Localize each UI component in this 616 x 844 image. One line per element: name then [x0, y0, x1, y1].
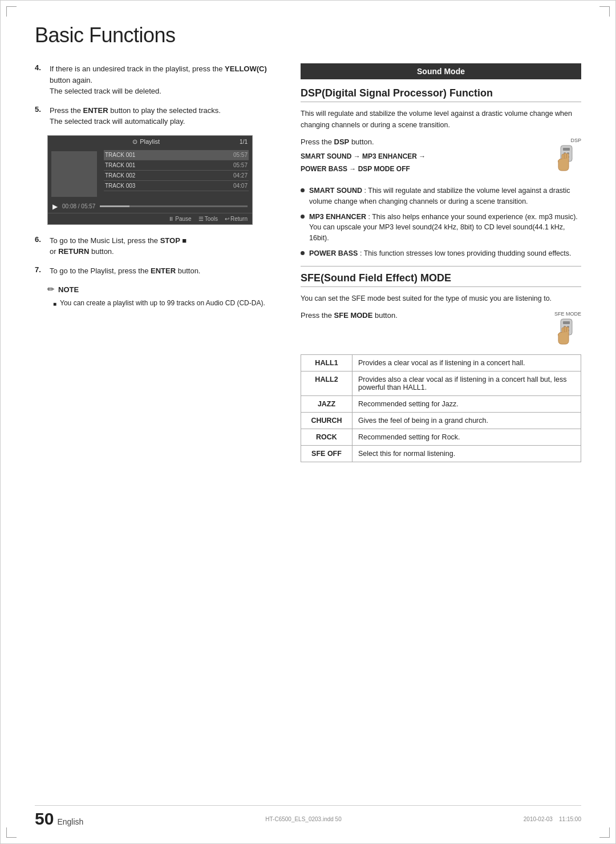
sfe-title: SFE(Sound Field Effect) MODE	[301, 272, 581, 287]
section-divider	[301, 266, 581, 266]
dsp-press-para: Press the DSP button.	[301, 138, 545, 146]
note-text-1: You can create a playlist with up to 99 …	[60, 298, 265, 308]
sfe-desc-church: Gives the feel of being in a grand churc…	[352, 412, 581, 429]
track-1-time: 05:57	[233, 152, 248, 158]
track-4-time: 04:07	[233, 183, 248, 189]
track-3-name: TRACK 002	[105, 172, 135, 179]
step-4-num: 4.	[35, 63, 47, 72]
note-section: ✏ NOTE ■ You can create a playlist with …	[47, 284, 280, 308]
page-language: English	[57, 817, 83, 826]
step-5-content: Press the ENTER button to play the selec…	[50, 105, 221, 127]
track-2-time: 05:57	[233, 162, 248, 168]
player-page: 1/1	[240, 139, 248, 145]
dsp-bullet-list: SMART SOUND : This will regulate and sta…	[301, 185, 581, 259]
media-player: ⊙ Playlist 1/1 TRACK 001 05:57 TRACK 001	[47, 135, 253, 225]
sfe-row-church: CHURCH Gives the feel of being in a gran…	[301, 412, 581, 429]
page-title: Basic Functions	[35, 23, 581, 47]
sfe-desc-off: Select this for normal listening.	[352, 445, 581, 462]
player-thumbnail	[51, 151, 97, 197]
corner-mark-br	[599, 827, 610, 838]
step-7: 7. To go to the Playlist, press the ENTE…	[35, 265, 280, 277]
sfe-desc-rock: Recommended setting for Rock.	[352, 429, 581, 445]
bullet-dot-3	[301, 251, 305, 255]
tools-label: Tools	[205, 216, 218, 222]
sfe-desc-hall1: Provides a clear vocal as if listening i…	[352, 354, 581, 371]
tools-icon: ☰	[198, 216, 204, 222]
dsp-small-label: DSP	[552, 138, 581, 143]
dsp-icon-area: DSP	[552, 138, 581, 174]
dsp-hand-icon	[553, 144, 580, 174]
bullet-dot-1	[301, 188, 305, 192]
bullet-mp3-enhancer: MP3 ENHANCER : This also helps enhance y…	[301, 212, 581, 244]
track-row-4: TRACK 003 04:07	[104, 181, 249, 191]
sfe-body: You can set the SFE mode best suited for…	[301, 293, 581, 304]
progress-bar	[100, 205, 248, 207]
sfe-small-label: SFE MODE	[552, 311, 581, 317]
bullet-power-bass-text: POWER BASS : This function stresses low …	[309, 248, 572, 259]
dsp-press-text: Press the DSP button. SMART SOUND → MP3 …	[301, 138, 545, 180]
track-3-time: 04:27	[233, 172, 248, 179]
current-time: 00:08 / 05:57	[62, 203, 95, 209]
sfe-desc-jazz: Recommended setting for Jazz.	[352, 395, 581, 412]
pause-btn: ⏸ Pause	[168, 216, 191, 222]
sfe-press-row: Press the SFE MODE button. SFE MODE	[301, 311, 581, 348]
step-4: 4. If there is an undesired track in the…	[35, 63, 280, 97]
pause-label: Pause	[175, 216, 191, 222]
player-playlist-label: ⊙ Playlist	[132, 138, 160, 146]
sfe-mode-hall1: HALL1	[301, 354, 352, 371]
track-row-3: TRACK 002 04:27	[104, 171, 249, 181]
sfe-mode-church: CHURCH	[301, 412, 352, 429]
corner-mark-bl	[6, 827, 17, 838]
dsp-section: DSP(Digital Signal Processor) Function T…	[301, 87, 581, 259]
note-bullet-icon: ■	[53, 300, 56, 308]
svg-rect-7	[563, 321, 570, 324]
dsp-body: This will regulate and stabilize the vol…	[301, 108, 581, 131]
note-label: NOTE	[58, 285, 79, 294]
sfe-row-hall1: HALL1 Provides a clear vocal as if liste…	[301, 354, 581, 371]
sfe-icon-area: SFE MODE	[552, 311, 581, 348]
bullet-smart-sound-text: SMART SOUND : This will regulate and sta…	[309, 185, 581, 207]
track-2-name: TRACK 001	[105, 162, 135, 168]
step-5-num: 5.	[35, 105, 47, 114]
arrow-chain: SMART SOUND → MP3 ENHANCER →POWER BASS →…	[301, 151, 545, 175]
bullet-power-bass: POWER BASS : This function stresses low …	[301, 248, 581, 259]
sfe-hand-icon	[553, 318, 580, 348]
left-column: 4. If there is an undesired track in the…	[35, 63, 280, 462]
track-4-name: TRACK 003	[105, 183, 135, 189]
corner-mark-tr	[599, 6, 610, 17]
play-icon: ▶	[52, 203, 58, 211]
page-footer: 50 English HT-C6500_ELS_0203.indd 50 201…	[35, 805, 581, 827]
note-title: ✏ NOTE	[47, 284, 280, 294]
player-progress: ▶ 00:08 / 05:57	[48, 200, 252, 213]
player-body: TRACK 001 05:57 TRACK 001 05:57 TRACK 00…	[48, 148, 252, 200]
track-row-1: TRACK 001 05:57	[104, 150, 249, 160]
step-7-num: 7.	[35, 265, 47, 274]
footer-filename: HT-C6500_ELS_0203.indd 50	[265, 816, 341, 822]
note-item-1: ■ You can create a playlist with up to 9…	[53, 298, 280, 308]
track-1-name: TRACK 001	[105, 152, 135, 158]
sfe-row-rock: ROCK Recommended setting for Rock.	[301, 429, 581, 445]
step-4-content: If there is an undesired track in the pl…	[50, 63, 280, 97]
sfe-mode-off: SFE OFF	[301, 445, 352, 462]
step-6: 6. To go to the Music List, press the ST…	[35, 235, 280, 257]
player-tracklist: TRACK 001 05:57 TRACK 001 05:57 TRACK 00…	[100, 148, 252, 200]
step-6-content: To go to the Music List, press the STOP …	[50, 235, 187, 257]
sfe-mode-jazz: JAZZ	[301, 395, 352, 412]
playlist-icon: ⊙	[132, 138, 137, 146]
dsp-press-row: Press the DSP button. SMART SOUND → MP3 …	[301, 138, 581, 180]
sfe-section: SFE(Sound Field Effect) MODE You can set…	[301, 272, 581, 462]
sfe-row-jazz: JAZZ Recommended setting for Jazz.	[301, 395, 581, 412]
corner-mark-tl	[6, 6, 17, 17]
sound-mode-banner: Sound Mode	[301, 63, 581, 79]
bullet-dot-2	[301, 215, 305, 219]
sfe-row-hall2: HALL2 Provides also a clear vocal as if …	[301, 371, 581, 395]
playlist-text: Playlist	[140, 138, 160, 145]
page-number-box: 50 English	[35, 810, 83, 827]
sfe-row-off: SFE OFF Select this for normal listening…	[301, 445, 581, 462]
return-label: Return	[230, 216, 248, 222]
return-icon: ↩	[225, 216, 229, 222]
step-6-num: 6.	[35, 235, 47, 244]
page: Basic Functions 4. If there is an undesi…	[0, 0, 616, 844]
pause-icon: ⏸	[168, 216, 174, 222]
sfe-press-para: Press the SFE MODE button.	[301, 311, 545, 320]
